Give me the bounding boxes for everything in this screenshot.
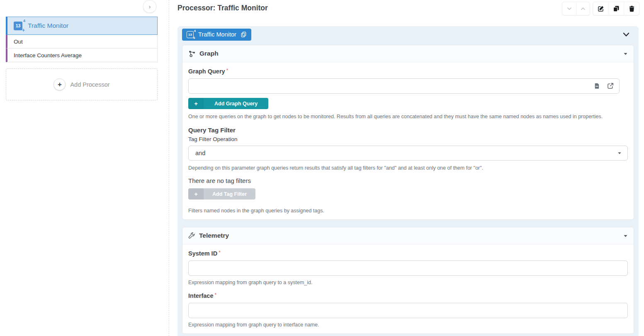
processor-panel-header: 13 4 + Traffic Monitor <box>182 28 634 41</box>
processor-card-label: Traffic Monitor <box>28 22 68 29</box>
telemetry-section-body: System ID* Expression mapping from graph… <box>182 244 634 334</box>
processor-chip[interactable]: 13 4 + Traffic Monitor <box>182 29 251 41</box>
no-tag-filters-text: There are no tag filters <box>188 177 628 184</box>
telemetry-collapse-control[interactable] <box>623 234 628 238</box>
telemetry-section-header[interactable]: Telemetry <box>182 227 634 244</box>
graph-query-field-icons <box>594 83 614 89</box>
chevron-up-icon <box>581 6 586 11</box>
copy-icon <box>613 5 620 12</box>
edit-button[interactable] <box>593 2 608 15</box>
processor-card-traffic-monitor[interactable]: 13 4 + Traffic Monitor <box>6 17 158 35</box>
page-title: Processor: Traffic Monitor <box>177 4 268 12</box>
add-graph-query-label: Add Graph Query <box>204 98 268 109</box>
tag-filters-help: Filters named nodes in the graph queries… <box>188 208 628 214</box>
telemetry-section-title: Telemetry <box>199 232 229 239</box>
move-up-button[interactable] <box>576 2 590 15</box>
sidebar-item-interface-counters-average[interactable]: Interface Counters Average <box>6 49 158 62</box>
processor-panel: 13 4 + Traffic Monitor <box>177 26 639 336</box>
duplicate-button[interactable] <box>608 2 624 15</box>
processor-actions-button-group <box>593 2 639 15</box>
graph-section: Graph Graph Query* <box>182 45 634 220</box>
interface-label: Interface <box>188 292 213 299</box>
sidebar-item-label: Out <box>14 39 23 45</box>
tag-filter-operation-help: Depending on this parameter graph querie… <box>188 165 628 171</box>
processor-chip-label: Traffic Monitor <box>198 31 236 38</box>
plus-icon: + <box>53 78 66 90</box>
open-editor-button[interactable] <box>607 83 614 89</box>
system-id-field-group: System ID* Expression mapping from graph… <box>188 250 628 285</box>
add-tag-filter-label: Add Tag Filter <box>204 188 255 200</box>
graph-section-title: Graph <box>199 50 219 57</box>
sidebar-divider <box>169 0 169 336</box>
tag-filter-operation-select[interactable]: and <box>188 146 628 161</box>
interface-field-group: Interface* Expression mapping from graph… <box>188 292 628 328</box>
chevron-down-icon <box>623 32 629 37</box>
graph-section-header[interactable]: Graph <box>182 45 634 62</box>
panel-collapse-control[interactable] <box>623 32 629 37</box>
query-tag-filter-heading: Query Tag Filter <box>188 127 628 134</box>
add-processor-label: Add Processor <box>70 81 109 88</box>
system-id-help: Expression mapping from graph query to a… <box>188 280 628 285</box>
tag-filter-operation-value: and <box>195 150 205 156</box>
move-down-button[interactable] <box>562 2 576 15</box>
required-asterisk: * <box>214 292 216 298</box>
processor-list: 13 4 + Traffic Monitor Out Interface Cou… <box>6 17 158 62</box>
add-processor-button[interactable]: + Add Processor <box>6 68 158 100</box>
expression-file-button[interactable] <box>594 83 600 89</box>
sidebar-item-out[interactable]: Out <box>6 35 158 49</box>
graph-section-body: Graph Query* <box>182 62 634 219</box>
processor-type-icon: 13 4 + <box>187 31 194 38</box>
sidebar-collapse-button[interactable]: › <box>143 0 156 13</box>
copy-icon[interactable] <box>241 31 247 38</box>
processor-type-icon: 13 4 + <box>14 22 22 30</box>
system-id-input[interactable] <box>188 261 628 276</box>
graph-icon <box>188 50 195 57</box>
add-tag-filter-button[interactable]: + Add Tag Filter <box>188 188 255 200</box>
required-asterisk: * <box>219 250 221 256</box>
interface-field-wrap <box>188 303 628 318</box>
caret-down-icon <box>617 151 622 155</box>
edit-icon <box>598 5 604 12</box>
plus-icon: + <box>188 188 204 200</box>
system-id-field-wrap <box>188 261 628 276</box>
interface-help: Expression mapping from graph query to i… <box>188 322 628 328</box>
external-link-icon <box>607 83 614 89</box>
delete-button[interactable] <box>624 2 639 15</box>
required-asterisk: * <box>226 68 228 73</box>
caret-down-icon <box>623 51 628 56</box>
plus-icon: + <box>188 98 204 109</box>
reorder-button-group <box>562 2 590 15</box>
chevron-down-icon <box>567 6 572 11</box>
file-icon <box>594 83 600 89</box>
wrench-icon <box>188 232 195 239</box>
graph-collapse-control[interactable] <box>623 51 628 56</box>
add-graph-query-button[interactable]: + Add Graph Query <box>188 98 268 109</box>
interface-input[interactable] <box>188 303 628 318</box>
graph-query-help: One or more queries on the graph to get … <box>188 114 628 119</box>
tag-filter-operation-label: Tag Filter Operation <box>188 136 628 142</box>
sidebar-item-label: Interface Counters Average <box>14 52 82 58</box>
app-root: › 13 4 + Traffic Monitor Out Interface C… <box>0 0 644 336</box>
graph-query-label: Graph Query <box>188 68 225 75</box>
graph-query-field-wrap <box>188 78 628 94</box>
graph-query-input[interactable] <box>188 78 620 94</box>
trash-icon <box>629 5 635 12</box>
caret-down-icon <box>623 234 628 238</box>
chevron-right-icon: › <box>149 3 151 10</box>
system-id-label: System ID <box>188 250 217 257</box>
telemetry-section: Telemetry System ID* Expression mapping … <box>182 227 634 334</box>
